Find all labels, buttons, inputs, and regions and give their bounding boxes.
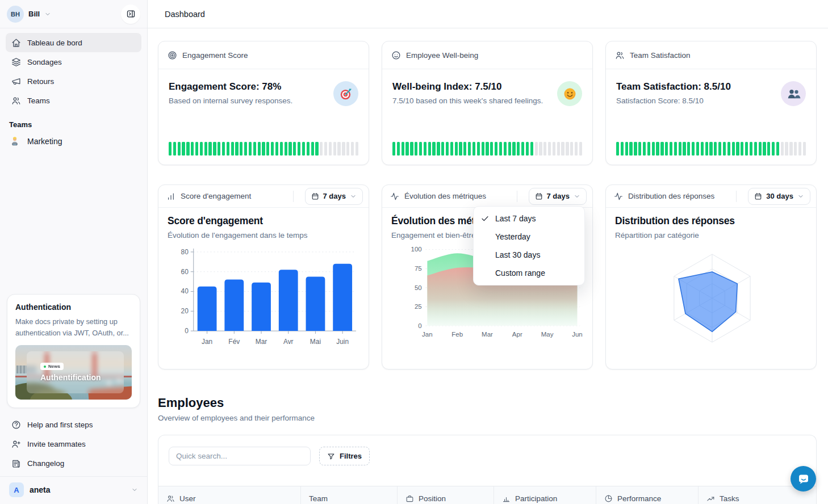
date-range-button[interactable]: 30 days (748, 188, 810, 205)
chevron-down-icon (131, 486, 138, 493)
progress-segment (660, 142, 663, 156)
progress-segment (463, 142, 466, 156)
progress-segment (200, 142, 203, 156)
stat-card-header-label: Employee Well-being (406, 51, 478, 60)
person-laptop-icon (9, 136, 20, 147)
date-range-label: 7 days (323, 192, 346, 200)
progress-segment (333, 142, 336, 156)
progress-segment (548, 142, 551, 156)
progress-segment (397, 142, 400, 156)
sidebar-item-changelog[interactable]: Changelog (6, 453, 141, 473)
progress-segment (803, 142, 806, 156)
promo-card-authentication[interactable]: Authentication Make docs private by sett… (7, 294, 140, 408)
progress-segment (271, 142, 274, 156)
menu-item-yesterday[interactable]: Yesterday (474, 228, 584, 246)
sidebar-item-feedback[interactable]: Retours (6, 72, 141, 91)
menu-item-label: Custom range (495, 268, 545, 278)
progress-segment (342, 142, 345, 156)
users-icon (166, 494, 175, 503)
promo-title: Authentication (15, 303, 132, 312)
column-header-label: Performance (617, 494, 661, 503)
progress-segment (701, 142, 704, 156)
sidebar-item-label: Sondages (27, 58, 62, 66)
chevron-down-icon (574, 193, 580, 200)
progress-segment (419, 142, 422, 156)
sidebar-item-teams[interactable]: Teams (6, 91, 141, 110)
svg-text:May: May (541, 331, 554, 338)
progress-segment (441, 142, 444, 156)
progress-segment (718, 142, 721, 156)
promo-image-caption: Authentification (40, 373, 101, 382)
svg-text:60: 60 (181, 268, 189, 276)
progress-segment (517, 142, 520, 156)
svg-text:75: 75 (415, 265, 422, 272)
chat-launcher-button[interactable] (791, 466, 816, 492)
stat-card-header-label: Team Satisfaction (630, 51, 691, 60)
account-avatar: A (9, 482, 24, 497)
sidebar-item-marketing[interactable]: Marketing (0, 131, 147, 152)
date-range-button[interactable]: 7 days (529, 188, 587, 205)
sidebar-item-invite[interactable]: Invite teammates (6, 434, 141, 453)
progress-segment (320, 142, 323, 156)
users-icon (11, 96, 21, 106)
sidebar-item-label: Changelog (27, 459, 64, 468)
svg-text:20: 20 (181, 307, 189, 315)
sidebar-item-help[interactable]: Help and first steps (6, 415, 141, 434)
target-icon (168, 51, 177, 60)
activity-icon (614, 192, 623, 201)
chart-card-engagement-score: Score d'engagement 7 days Score d'engage… (158, 184, 369, 369)
sidebar-item-label: Teams (27, 96, 50, 105)
progress-segment (759, 142, 762, 156)
date-range-button[interactable]: 7 days (305, 188, 363, 205)
progress-segment (249, 142, 252, 156)
progress-segment (486, 142, 488, 156)
calendar-icon (535, 192, 543, 200)
sidebar-item-dashboard[interactable]: Tableau de bord (6, 33, 141, 52)
column-header-label: Tasks (720, 494, 739, 503)
account-menu[interactable]: A aneta (0, 476, 147, 504)
progress-segment (634, 142, 637, 156)
progress-segment (392, 142, 395, 156)
menu-item-custom-range[interactable]: Custom range (474, 264, 584, 282)
divider (736, 191, 737, 202)
svg-text:Jan: Jan (202, 338, 212, 346)
sidebar-collapse-button[interactable] (121, 5, 140, 24)
progress-segment (307, 142, 310, 156)
progress-segment (508, 142, 511, 156)
progress-segment (415, 142, 417, 156)
sidebar-footer-nav: Help and first steps Invite teammates Ch… (0, 415, 147, 473)
calendar-icon (311, 192, 319, 200)
sidebar-item-surveys[interactable]: Sondages (6, 52, 141, 72)
check-icon (480, 214, 490, 223)
progress-segment (346, 142, 349, 156)
date-range-menu: Last 7 days Yesterday Last 30 days Custo… (473, 206, 585, 285)
svg-text:Avr: Avr (283, 338, 294, 346)
progress-segment (324, 142, 327, 156)
menu-item-label: Last 30 days (495, 250, 540, 259)
progress-segment (213, 142, 216, 156)
sidebar-item-label: Retours (27, 77, 54, 86)
progress-segment (521, 142, 524, 156)
progress-segment (727, 142, 730, 156)
divider (293, 191, 294, 202)
progress-segment (253, 142, 256, 156)
progress-segment (776, 142, 779, 156)
svg-text:Jan: Jan (422, 331, 433, 338)
svg-text:Jun: Jun (572, 331, 583, 338)
svg-text:Mai: Mai (310, 338, 321, 346)
progress-segment (750, 142, 752, 156)
funnel-icon (327, 452, 335, 460)
progress-segment (437, 142, 440, 156)
progress-segment (258, 142, 261, 156)
activity-icon (390, 192, 399, 201)
workspace-switcher[interactable]: BH Bill (7, 6, 51, 23)
menu-item-last-7-days[interactable]: Last 7 days (474, 209, 584, 228)
filters-button[interactable]: Filtres (319, 447, 370, 465)
progress-segment (781, 142, 784, 156)
progress-segment (535, 142, 538, 156)
menu-item-last-30-days[interactable]: Last 30 days (474, 246, 584, 264)
table-toolbar: Filtres (158, 435, 816, 486)
column-header-label: Participation (515, 494, 557, 503)
menu-item-label: Last 7 days (495, 214, 536, 223)
search-input[interactable] (169, 447, 311, 465)
